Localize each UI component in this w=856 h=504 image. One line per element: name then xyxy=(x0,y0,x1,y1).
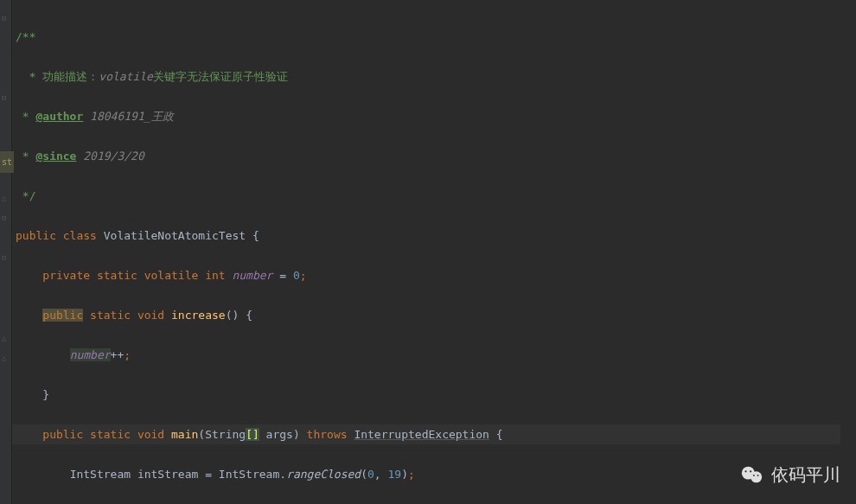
fold-icon[interactable]: ⊟ xyxy=(2,208,10,217)
paren: ( xyxy=(361,468,367,481)
editor-gutter: ⊟ ⊟ ⊟ △ ⊟ ⊟ △ △ xyxy=(0,0,12,504)
javadoc-since-tag: @since xyxy=(35,150,76,163)
number-literal: 0 xyxy=(367,468,374,481)
fold-icon[interactable]: ⊟ xyxy=(2,88,10,97)
number-literal: 19 xyxy=(387,468,401,481)
brace: { xyxy=(252,229,259,242)
fold-icon[interactable]: ⊟ xyxy=(2,9,10,17)
brace: } xyxy=(42,388,49,401)
exception-type: InterruptedException xyxy=(354,428,489,441)
fold-icon[interactable]: △ xyxy=(2,348,10,357)
keyword-highlighted: public xyxy=(42,309,83,322)
keyword: public static void xyxy=(42,428,171,441)
semicolon: ; xyxy=(408,468,415,481)
keyword: static void xyxy=(83,309,171,322)
watermark-text: 依码平川 xyxy=(771,465,840,485)
operator: = xyxy=(272,269,292,282)
type: String xyxy=(205,428,246,441)
javadoc-author-tag: @author xyxy=(35,110,83,123)
paren: ( xyxy=(198,428,205,441)
current-line: public static void main(String[] args) t… xyxy=(0,424,840,444)
svg-point-5 xyxy=(757,475,759,476)
fold-icon[interactable]: ⊟ xyxy=(2,248,10,257)
brace: { xyxy=(489,428,503,441)
code-editor[interactable]: /** * 功能描述：volatile关键字无法保证原子性验证 * @autho… xyxy=(16,0,856,504)
operator: ++ xyxy=(111,348,125,361)
javadoc-author: 18046191_王政 xyxy=(83,110,173,123)
class-name: VolatileNotAtomicTest xyxy=(104,229,252,242)
field-ref: number xyxy=(70,348,111,361)
semicolon: ; xyxy=(300,269,307,282)
wechat-icon xyxy=(740,464,764,485)
static-method: rangeClosed xyxy=(286,468,361,481)
code-text: IntStream intStream = IntStream. xyxy=(70,468,286,481)
keyword: private static volatile int xyxy=(42,269,232,282)
semicolon: ; xyxy=(124,348,131,361)
svg-point-1 xyxy=(751,471,762,482)
javadoc-since: 2019/3/20 xyxy=(76,150,144,163)
method-name: increase xyxy=(171,309,226,322)
number-literal: 0 xyxy=(293,269,300,282)
keyword: throws xyxy=(307,428,355,441)
paren: ) xyxy=(401,468,408,481)
javadoc-close: */ xyxy=(16,189,35,202)
fold-icon[interactable]: △ xyxy=(2,329,10,337)
watermark: 依码平川 xyxy=(740,464,840,485)
fold-icon[interactable]: △ xyxy=(2,188,10,197)
badge-static: st xyxy=(0,151,14,173)
svg-point-3 xyxy=(750,470,751,472)
svg-point-2 xyxy=(744,470,746,472)
svg-point-4 xyxy=(753,475,755,476)
javadoc-open: /** xyxy=(16,30,35,43)
keyword: public class xyxy=(16,229,104,242)
params: () { xyxy=(226,309,252,322)
bracket-highlight: [] xyxy=(246,428,259,441)
method-main: main xyxy=(171,428,198,441)
field-name: number xyxy=(232,269,272,282)
comma: , xyxy=(374,468,388,481)
param: args) xyxy=(259,428,307,441)
javadoc-line: * 功能描述：volatile关键字无法保证原子性验证 xyxy=(22,70,288,83)
